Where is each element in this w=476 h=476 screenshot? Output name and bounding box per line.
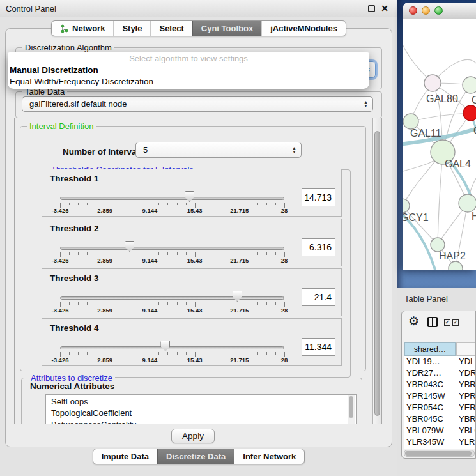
slider-track[interactable] <box>60 247 284 250</box>
node-gal11[interactable] <box>403 114 418 129</box>
table-rows: YDL19…YDL1YDR27…YDR2YBR043CYBR0YPR145WYP… <box>404 356 476 449</box>
node-hap2[interactable] <box>431 238 445 252</box>
table-data-select[interactable]: galFiltered.sif default node ▲▼ <box>22 96 373 112</box>
attribute-item[interactable]: SelfLoops <box>51 396 356 408</box>
tab-label: Discretize Data <box>166 449 226 464</box>
dropdown-option-equal-width[interactable]: Equal Width/Frequency Discretization <box>8 76 369 88</box>
slider-thumb[interactable] <box>185 191 194 202</box>
slider-thumb[interactable] <box>160 341 170 351</box>
scrollbar-thumb[interactable] <box>349 396 353 418</box>
table-row[interactable]: YER054CYER0 <box>404 402 476 413</box>
node-gcy1[interactable] <box>403 199 410 213</box>
table-row[interactable]: YLR345WYLR3 <box>404 436 476 448</box>
scrollbar-thumb[interactable] <box>374 131 380 416</box>
tick-label: -3.426 <box>52 307 69 314</box>
list-scrollbar[interactable] <box>348 395 355 424</box>
cell-shared-name: YBL079W <box>406 425 457 436</box>
attribute-item[interactable]: TopologicalCoefficient <box>51 408 356 419</box>
tick-label: 9.144 <box>142 357 158 364</box>
cell-name: YER0 <box>459 402 476 413</box>
scrollbar-thumb[interactable] <box>405 451 472 456</box>
cell-name: YIL0 <box>459 448 476 449</box>
threshold-panel-4: Threshold 4-3.4262.8599.14415.4321.71528… <box>42 318 342 366</box>
threshold-label: Threshold 1 <box>50 174 99 183</box>
tab-impute-data[interactable]: Impute Data <box>93 449 157 464</box>
top-tab-bar: NetworkStyleSelectCyni ToolboxjActiveMNo… <box>0 20 397 36</box>
split-column-icon[interactable] <box>427 317 438 327</box>
dropdown-option-manual[interactable]: Manual Discretization <box>8 65 369 76</box>
table-row[interactable]: YDL19…YDL1 <box>404 356 476 367</box>
num-intervals-select[interactable]: 5 ▲▼ <box>135 142 302 158</box>
tab-label: Network <box>72 21 105 36</box>
settings-scrollpane: Interval Definition Number of Intervals … <box>14 118 382 424</box>
combo-stepper-icon: ▲▼ <box>292 142 296 157</box>
column-header-shared-name[interactable]: shared… <box>404 342 456 356</box>
table-hscrollbar[interactable] <box>404 450 475 457</box>
node-gal80[interactable] <box>424 75 441 91</box>
node-label-gal11: GAL11 <box>410 128 441 139</box>
tick-label: -3.426 <box>52 357 69 364</box>
threshold-value-field[interactable]: 11.344 <box>302 338 335 356</box>
tick-label: 28 <box>281 307 288 314</box>
minimize-light-yellow-icon[interactable] <box>422 6 430 15</box>
table-row[interactable]: YDR27…YDR2 <box>404 367 476 379</box>
apply-button[interactable]: Apply <box>171 429 215 443</box>
gear-icon[interactable]: ⚙ <box>408 314 419 328</box>
slider-track[interactable] <box>60 296 284 300</box>
node-label-c: C <box>473 125 476 136</box>
checkbox-checked-icon[interactable]: ✓ <box>444 319 450 326</box>
column-header-name[interactable]: na <box>456 342 476 356</box>
tab-network[interactable]: Network <box>52 21 113 36</box>
control-panel: Control Panel ✕ NetworkStyleSelectCyni T… <box>0 0 397 476</box>
network-icon <box>60 24 69 33</box>
float-window-icon[interactable] <box>368 5 375 12</box>
zoom-light-green-icon[interactable] <box>434 6 443 15</box>
tick-label: -3.426 <box>52 257 69 264</box>
node-right[interactable] <box>459 194 476 212</box>
cell-name: YDL1 <box>459 356 476 367</box>
network-canvas[interactable]: GAL80GALCGAL11GAL4HGCY1HAP2 <box>403 19 476 270</box>
threshold-value-field[interactable]: 6.316 <box>302 238 335 256</box>
node-gal[interactable] <box>463 77 476 93</box>
slider-thumb[interactable] <box>233 291 242 302</box>
tab-infer-network[interactable]: Infer Network <box>234 449 304 464</box>
table-row[interactable]: YBL079WYBL0 <box>404 425 476 436</box>
tab-discretize-data[interactable]: Discretize Data <box>157 449 234 464</box>
tick-label: 15.43 <box>187 357 203 364</box>
node-label-hap2: HAP2 <box>439 250 466 261</box>
node-red[interactable] <box>463 105 476 121</box>
close-light-red-icon[interactable] <box>409 6 417 15</box>
table-row[interactable]: YBR045CYBR0 <box>404 413 476 425</box>
tick-label: -3.426 <box>52 207 69 214</box>
attribute-item[interactable]: BetweennessCentrality <box>51 419 356 424</box>
tick-label: 15.43 <box>187 257 203 264</box>
panel-title: Control Panel <box>6 0 56 17</box>
settings-scrollbar[interactable] <box>372 118 381 424</box>
close-icon[interactable]: ✕ <box>381 0 388 17</box>
checkbox-checked-icon[interactable]: ✓ <box>452 319 459 326</box>
table-row[interactable]: YPR145WYPR1 <box>404 390 476 402</box>
cell-name: YBR0 <box>459 413 476 425</box>
tab-cyni-toolbox[interactable]: Cyni Toolbox <box>192 21 261 36</box>
network-view-window[interactable]: GAL80GALCGAL11GAL4HGCY1HAP2 <box>403 3 476 270</box>
node-bottom[interactable] <box>449 261 463 270</box>
table-row[interactable]: YIL052CYIL0 <box>404 448 476 449</box>
threshold-value-field[interactable]: 14.713 <box>302 188 335 206</box>
tab-jactivemnodules[interactable]: jActiveMNodules <box>261 21 346 36</box>
tick-label: 28 <box>281 207 288 214</box>
tick-label: 28 <box>281 357 288 364</box>
node-label-gcy1: GCY1 <box>403 212 429 223</box>
slider-thumb[interactable] <box>125 241 134 252</box>
table-row[interactable]: YBR043CYBR0 <box>404 379 476 390</box>
tab-select[interactable]: Select <box>150 21 192 36</box>
tick-label: 21.715 <box>230 257 249 264</box>
tab-style[interactable]: Style <box>113 21 150 36</box>
tick-label: 21.715 <box>230 307 249 314</box>
slider-track[interactable] <box>60 346 284 349</box>
threshold-value-field[interactable]: 21.4 <box>302 288 335 306</box>
threshold-label: Threshold 3 <box>50 273 99 283</box>
node-label-gal: GAL <box>472 95 476 105</box>
numerical-attributes-list[interactable]: SelfLoopsTopologicalCoefficientBetweenne… <box>45 394 357 424</box>
edge <box>438 152 443 245</box>
slider-track[interactable] <box>60 197 284 200</box>
